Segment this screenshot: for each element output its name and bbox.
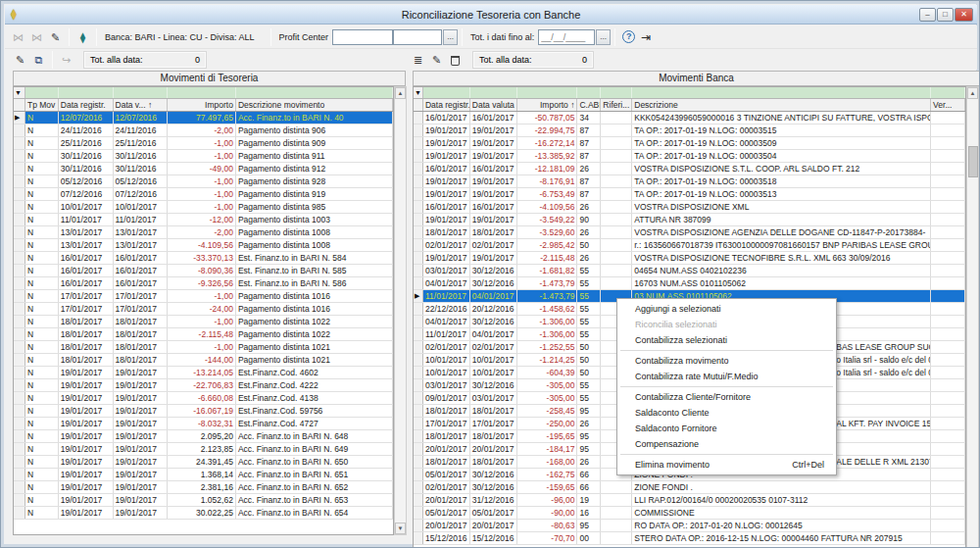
menu-item-contabilizza-cliente-fornitore[interactable]: Contabilizza Cliente/Fornitore (617, 389, 836, 405)
table-row[interactable]: N18/01/201718/01/2017-1,00Pagamento dist… (14, 316, 393, 328)
column-header[interactable]: Data registr. (423, 99, 470, 111)
table-row[interactable]: 20/01/201720/01/2017-80,6395RO DATA OP.:… (414, 520, 965, 532)
table-row[interactable]: N30/11/201630/11/2016-1,00Pagamento dist… (14, 150, 393, 163)
minimize-button[interactable]: – (919, 8, 936, 22)
filter-cell[interactable] (59, 87, 114, 98)
table-row[interactable]: 19/01/201719/01/2017-6.753,4987TA OP.: 2… (414, 188, 965, 201)
table-row[interactable]: N11/01/201711/01/2017-12,00Pagamento dis… (14, 214, 393, 226)
table-row[interactable]: 04/01/201730/12/2016-1.473,795516703 NUM… (414, 277, 965, 290)
filter-cell[interactable] (632, 87, 931, 98)
table-row[interactable]: 15/12/201615/12/2016-70,7000STERO DATA O… (414, 532, 965, 545)
menu-item-elimina-movimento[interactable]: Elimina movimentoCtrl+Del (617, 457, 836, 473)
menu-item-contabilizza-movimento[interactable]: Contabilizza movimento (617, 353, 836, 369)
table-row[interactable]: 19/01/201719/01/2017-2.115,4826VOSTRA DI… (414, 252, 965, 265)
column-header[interactable]: C.ABI (577, 99, 601, 111)
column-header[interactable]: Data registr. (59, 99, 114, 111)
column-header[interactable]: Data valuta (470, 99, 517, 111)
table-row[interactable]: 05/01/201705/01/2017-90,0016COMMISSIONE (414, 507, 965, 520)
table-row[interactable]: N17/01/201717/01/2017-24,00Pagamento dis… (14, 303, 393, 316)
table-row[interactable]: N17/01/201717/01/2017-1,00Pagamento dist… (14, 290, 393, 303)
close-button[interactable]: ✕ (955, 8, 973, 22)
table-row[interactable]: 02/01/201702/01/2017-2.985,4250r.: 16356… (414, 239, 965, 252)
scroll-up-icon[interactable]: ▲ (395, 87, 406, 99)
column-header[interactable]: Descrizione movimento (236, 99, 393, 111)
table-row[interactable]: 16/01/201716/01/2017-4.109,5626VOSTRA DI… (414, 201, 965, 214)
filter-cell[interactable] (931, 87, 965, 98)
table-row[interactable]: 19/01/201719/01/2017-16.272,1487TA OP.: … (414, 137, 965, 150)
table-row[interactable]: 16/01/201716/01/2017-50.787,0534KKK05424… (414, 112, 965, 125)
table-row[interactable]: 19/01/201719/01/2017-8.176,9187TA OP.: 2… (414, 175, 965, 188)
exit-icon[interactable]: ⇥ (641, 30, 651, 44)
table-row[interactable]: 19/01/201719/01/2017-22.994,7587TA OP.: … (414, 125, 965, 137)
treasury-grid[interactable]: ▼Tp MovData registr.Data v... ↑ImportoDe… (13, 86, 394, 535)
table-row[interactable]: N16/01/201716/01/2017-9.326,56Est. Finan… (14, 277, 393, 290)
table-row[interactable]: N19/01/201719/01/201724.391,45Acc. Finan… (14, 456, 393, 469)
table-row[interactable]: 16/01/201716/01/2017-12.181,0926VOSTRA D… (414, 163, 965, 175)
menu-item-contabilizza-rate-mutui-f-medio[interactable]: Contabilizza rate Mutui/F.Medio (617, 369, 836, 384)
table-row[interactable]: N24/11/201624/11/2016-2,00Pagamento dist… (14, 125, 393, 137)
table-row[interactable]: 03/01/201730/12/2016-1.681,825504654 NUM… (414, 265, 965, 277)
table-row[interactable]: 18/01/201718/01/2017-3.529,6026VOSTRA DI… (414, 226, 965, 239)
grid-filter-row[interactable]: ▼ (414, 87, 965, 99)
table-row[interactable]: N19/01/201719/01/20171.368,14Acc. Finanz… (14, 469, 393, 481)
table-row[interactable]: N16/01/201716/01/2017-33.370,13Est. Fina… (14, 252, 393, 265)
table-row[interactable]: N13/01/201713/01/2017-4.109,56Pagamento … (14, 239, 393, 252)
table-row[interactable]: N30/11/201630/11/2016-49,00Pagamento dis… (14, 163, 393, 175)
column-header[interactable]: Data v... ↑ (114, 99, 169, 111)
reconcile-icon[interactable]: ⋈ (10, 29, 26, 45)
table-row[interactable]: N18/01/201718/01/2017-1,00Pagamento dist… (14, 341, 393, 354)
wand-icon[interactable]: ✎ (47, 29, 64, 45)
table-row[interactable]: N19/01/201719/01/20172.095,20Acc. Finanz… (14, 430, 393, 443)
table-row[interactable]: 02/01/201730/12/2016-159,6566ZIONE FONDI… (414, 481, 965, 494)
table-row[interactable]: N19/01/201719/01/20171.052,62Acc. Finanz… (14, 494, 393, 507)
scroll-up-icon[interactable]: ▲ (967, 87, 978, 99)
filter-cell[interactable] (470, 87, 517, 98)
table-row[interactable]: ▶N12/07/201612/07/201677.497,65Acc. Fina… (14, 112, 393, 125)
filter-cell[interactable] (168, 87, 236, 98)
unreconcile-icon[interactable]: ⋈ (28, 29, 45, 45)
menu-item-contabilizza-selezionati[interactable]: Contabilizza selezionati (617, 332, 836, 348)
filter-cell[interactable] (25, 87, 59, 98)
table-row[interactable]: N19/01/201719/01/201730.022,25Acc. Finan… (14, 507, 393, 520)
filter-cell[interactable] (236, 87, 393, 98)
filter-cell[interactable] (601, 87, 632, 98)
filter-cell[interactable] (423, 87, 470, 98)
profit-center-lookup-button[interactable]: ... (443, 29, 458, 45)
table-row[interactable]: N19/01/201719/01/20172.123,85Acc. Finanz… (14, 443, 393, 456)
menu-item-aggiungi-a-selezionati[interactable]: Aggiungi a selezionati (617, 301, 836, 317)
table-row[interactable]: 19/01/201719/01/2017-13.385,9287TA OP.: … (414, 150, 965, 163)
table-row[interactable]: 20/01/201731/12/2016-96,0019LLI RAP.012/… (414, 494, 965, 507)
filter-cell[interactable] (114, 87, 169, 98)
table-row[interactable]: N07/12/201607/12/2016-1,00Pagamento dist… (14, 188, 393, 201)
table-row[interactable]: N10/01/201710/01/2017-1,00Pagamento dist… (14, 201, 393, 214)
column-header[interactable]: Descrizione (632, 99, 931, 111)
column-header[interactable]: Importo ↑ (517, 99, 578, 111)
table-row[interactable]: N19/01/201719/01/20172.381,16Acc. Finanz… (14, 481, 393, 494)
edit-icon[interactable]: ✎ (12, 52, 28, 68)
table-row[interactable]: N18/01/201718/01/2017-144,00Pagamento di… (14, 354, 393, 367)
title-bar[interactable]: ⧫ Riconciliazione Tesoreria con Banche –… (5, 5, 977, 25)
date-filter-input[interactable] (538, 29, 595, 45)
table-row[interactable]: N13/01/201713/01/2017-2,00Pagamento dist… (14, 226, 393, 239)
grid-filter-row[interactable]: ▼ (14, 87, 393, 99)
table-row[interactable]: N19/01/201719/01/2017-16.067,19Est.Finan… (14, 405, 393, 418)
profit-center-input-1[interactable] (332, 29, 393, 45)
profit-center-input-2[interactable] (393, 29, 442, 45)
column-header[interactable]: Riferi... (601, 99, 632, 111)
forward-arrow-icon[interactable]: ↪ (58, 52, 74, 68)
bank-scrollbar[interactable]: ▲ (966, 86, 979, 548)
tag-icon[interactable]: ⧫ (74, 29, 91, 45)
table-row[interactable]: N19/01/201719/01/2017-8.032,31Est.Finanz… (14, 418, 393, 430)
table-row[interactable]: N25/11/201625/11/2016-1,00Pagamento dist… (14, 137, 393, 150)
table-row[interactable]: N18/01/201718/01/2017-2.115,48Pagamento … (14, 328, 393, 341)
menu-item-saldaconto-fornitore[interactable]: Saldaconto Fornitore (617, 421, 836, 436)
filter-cell[interactable] (517, 87, 578, 98)
treasury-scrollbar[interactable]: ▲ ▼ (394, 86, 407, 535)
table-row[interactable]: N05/12/201605/12/2016-1,00Pagamento dist… (14, 175, 393, 188)
help-icon[interactable]: ? (622, 30, 635, 43)
filter-cell[interactable] (577, 87, 601, 98)
copy-icon[interactable]: ⧉ (30, 52, 47, 68)
column-header[interactable]: Importo (168, 99, 236, 111)
maximize-button[interactable]: □ (937, 8, 954, 22)
table-row[interactable]: N19/01/201719/01/2017-6.660,08Est.Finanz… (14, 392, 393, 405)
